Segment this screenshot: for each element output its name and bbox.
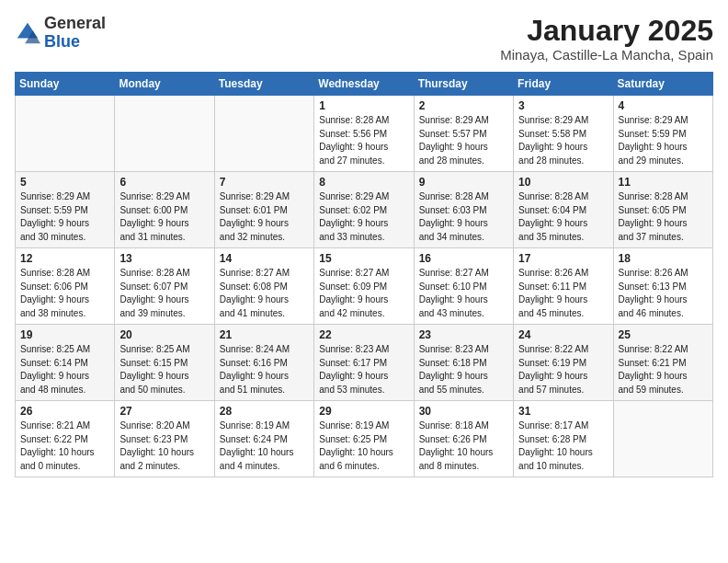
week-row-3: 12Sunrise: 8:28 AM Sunset: 6:06 PM Dayli… [16,248,713,325]
day-number: 11 [619,176,708,189]
logo-blue: Blue [44,32,80,51]
day-info: Sunrise: 8:29 AM Sunset: 6:02 PM Dayligh… [319,190,408,244]
day-number: 10 [518,176,608,189]
day-info: Sunrise: 8:28 AM Sunset: 5:56 PM Dayligh… [319,114,408,167]
calendar-header: Sunday Monday Tuesday Wednesday Thursday… [16,73,713,96]
day-info: Sunrise: 8:19 AM Sunset: 6:24 PM Dayligh… [220,419,309,473]
week-row-4: 19Sunrise: 8:25 AM Sunset: 6:14 PM Dayli… [16,325,713,401]
day-info: Sunrise: 8:26 AM Sunset: 6:11 PM Dayligh… [518,267,608,320]
calendar-cell: 2Sunrise: 8:29 AM Sunset: 5:57 PM Daylig… [414,96,513,172]
day-number: 15 [319,252,408,265]
calendar-cell: 18Sunrise: 8:26 AM Sunset: 6:13 PM Dayli… [613,248,712,325]
calendar-cell: 1Sunrise: 8:28 AM Sunset: 5:56 PM Daylig… [314,96,414,172]
day-info: Sunrise: 8:17 AM Sunset: 6:28 PM Dayligh… [518,419,608,473]
calendar-cell: 23Sunrise: 8:23 AM Sunset: 6:18 PM Dayli… [414,325,513,401]
day-info: Sunrise: 8:28 AM Sunset: 6:05 PM Dayligh… [619,190,708,244]
day-info: Sunrise: 8:20 AM Sunset: 6:23 PM Dayligh… [119,419,209,473]
day-number: 25 [619,328,708,341]
day-info: Sunrise: 8:27 AM Sunset: 6:09 PM Dayligh… [319,267,408,320]
logo-general: General [44,14,106,32]
day-number: 29 [319,405,408,418]
calendar-cell: 27Sunrise: 8:20 AM Sunset: 6:23 PM Dayli… [115,401,214,477]
calendar-cell: 3Sunrise: 8:29 AM Sunset: 5:58 PM Daylig… [514,96,613,172]
day-info: Sunrise: 8:19 AM Sunset: 6:25 PM Dayligh… [319,419,408,473]
day-number: 28 [220,405,309,418]
day-number: 19 [20,328,109,341]
day-number: 17 [518,252,608,265]
day-number: 1 [319,99,408,112]
day-info: Sunrise: 8:18 AM Sunset: 6:26 PM Dayligh… [419,419,508,473]
day-number: 26 [20,405,109,418]
day-number: 4 [619,99,708,112]
col-monday: Monday [115,73,214,96]
day-number: 2 [419,99,508,112]
day-info: Sunrise: 8:29 AM Sunset: 5:59 PM Dayligh… [619,114,708,167]
day-info: Sunrise: 8:21 AM Sunset: 6:22 PM Dayligh… [20,419,109,473]
calendar-cell: 14Sunrise: 8:27 AM Sunset: 6:08 PM Dayli… [214,248,313,325]
calendar-cell: 22Sunrise: 8:23 AM Sunset: 6:17 PM Dayli… [314,325,414,401]
day-number: 14 [220,252,309,265]
day-info: Sunrise: 8:22 AM Sunset: 6:21 PM Dayligh… [619,343,708,396]
calendar-cell: 13Sunrise: 8:28 AM Sunset: 6:07 PM Dayli… [115,248,214,325]
day-number: 7 [220,176,309,189]
day-number: 9 [419,176,508,189]
header-row: Sunday Monday Tuesday Wednesday Thursday… [16,73,713,96]
calendar-cell: 4Sunrise: 8:29 AM Sunset: 5:59 PM Daylig… [613,96,712,172]
day-number: 23 [419,328,508,341]
calendar-cell: 24Sunrise: 8:22 AM Sunset: 6:19 PM Dayli… [514,325,613,401]
day-info: Sunrise: 8:29 AM Sunset: 5:57 PM Dayligh… [419,114,508,167]
calendar-cell: 9Sunrise: 8:28 AM Sunset: 6:03 PM Daylig… [414,172,513,248]
day-info: Sunrise: 8:23 AM Sunset: 6:17 PM Dayligh… [319,343,408,396]
day-number: 24 [518,328,608,341]
calendar-cell: 19Sunrise: 8:25 AM Sunset: 6:14 PM Dayli… [16,325,115,401]
day-number: 8 [319,176,408,189]
day-number: 31 [518,405,608,418]
calendar-subtitle: Minaya, Castille-La Mancha, Spain [500,47,713,63]
calendar-cell: 26Sunrise: 8:21 AM Sunset: 6:22 PM Dayli… [16,401,115,477]
day-info: Sunrise: 8:22 AM Sunset: 6:19 PM Dayligh… [518,343,608,396]
day-info: Sunrise: 8:28 AM Sunset: 6:07 PM Dayligh… [119,267,209,320]
day-number: 30 [419,405,508,418]
col-thursday: Thursday [414,73,513,96]
day-number: 3 [518,99,608,112]
day-info: Sunrise: 8:28 AM Sunset: 6:04 PM Dayligh… [518,190,608,244]
day-number: 6 [119,176,209,189]
calendar-cell [16,96,115,172]
calendar-cell [613,401,712,477]
day-number: 18 [619,252,708,265]
title-block: January 2025 Minaya, Castille-La Mancha,… [500,15,713,63]
day-info: Sunrise: 8:23 AM Sunset: 6:18 PM Dayligh… [419,343,508,396]
day-number: 5 [20,176,109,189]
calendar-cell: 16Sunrise: 8:27 AM Sunset: 6:10 PM Dayli… [414,248,513,325]
calendar-cell: 25Sunrise: 8:22 AM Sunset: 6:21 PM Dayli… [613,325,712,401]
calendar-cell: 17Sunrise: 8:26 AM Sunset: 6:11 PM Dayli… [514,248,613,325]
calendar-table: Sunday Monday Tuesday Wednesday Thursday… [15,72,713,477]
calendar-cell: 7Sunrise: 8:29 AM Sunset: 6:01 PM Daylig… [214,172,313,248]
header: General Blue January 2025 Minaya, Castil… [15,15,713,63]
calendar-cell: 10Sunrise: 8:28 AM Sunset: 6:04 PM Dayli… [514,172,613,248]
calendar-cell: 31Sunrise: 8:17 AM Sunset: 6:28 PM Dayli… [514,401,613,477]
calendar-title: January 2025 [500,15,713,47]
logo-text: General Blue [44,15,106,52]
calendar-cell: 15Sunrise: 8:27 AM Sunset: 6:09 PM Dayli… [314,248,414,325]
calendar-cell [214,96,313,172]
day-info: Sunrise: 8:29 AM Sunset: 6:00 PM Dayligh… [119,190,209,244]
day-info: Sunrise: 8:27 AM Sunset: 6:10 PM Dayligh… [419,267,508,320]
logo: General Blue [15,15,106,52]
week-row-5: 26Sunrise: 8:21 AM Sunset: 6:22 PM Dayli… [16,401,713,477]
logo-icon [15,20,40,46]
day-info: Sunrise: 8:28 AM Sunset: 6:03 PM Dayligh… [419,190,508,244]
day-info: Sunrise: 8:26 AM Sunset: 6:13 PM Dayligh… [619,267,708,320]
main-container: General Blue January 2025 Minaya, Castil… [0,0,728,485]
day-info: Sunrise: 8:27 AM Sunset: 6:08 PM Dayligh… [220,267,309,320]
calendar-body: 1Sunrise: 8:28 AM Sunset: 5:56 PM Daylig… [16,96,713,477]
week-row-1: 1Sunrise: 8:28 AM Sunset: 5:56 PM Daylig… [16,96,713,172]
day-info: Sunrise: 8:25 AM Sunset: 6:14 PM Dayligh… [20,343,109,396]
day-number: 12 [20,252,109,265]
calendar-cell: 12Sunrise: 8:28 AM Sunset: 6:06 PM Dayli… [16,248,115,325]
day-info: Sunrise: 8:29 AM Sunset: 5:59 PM Dayligh… [20,190,109,244]
day-number: 22 [319,328,408,341]
day-info: Sunrise: 8:29 AM Sunset: 6:01 PM Dayligh… [220,190,309,244]
day-info: Sunrise: 8:25 AM Sunset: 6:15 PM Dayligh… [119,343,209,396]
col-saturday: Saturday [613,73,712,96]
